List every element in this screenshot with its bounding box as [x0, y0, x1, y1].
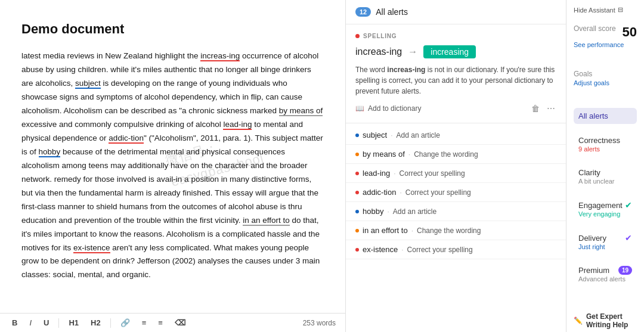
highlight-increas-ing[interactable]: increas-ing	[200, 51, 240, 61]
engagement-check-icon: ✔	[625, 200, 632, 210]
alert-item[interactable]: ex-istence · Correct your spelling	[346, 240, 566, 259]
alert-keyword: by means of	[363, 150, 405, 159]
add-to-dictionary-button[interactable]: 📖 Add to dictionary	[355, 104, 421, 113]
list-ol-button[interactable]: ≡	[140, 317, 149, 328]
overall-score-label: Overall score	[574, 24, 616, 33]
engagement-item[interactable]: Engagement ✔ Very engaging	[574, 197, 637, 221]
alert-action: Add an article	[397, 131, 440, 139]
alert-sep: ·	[400, 188, 401, 197]
alerts-title: All alerts	[376, 7, 408, 17]
goals-label: Goals	[574, 70, 637, 78]
alert-sep: ·	[411, 226, 413, 235]
hide-assistant-button[interactable]: Hide Assistant ⊟	[574, 6, 637, 14]
alert-sep: ·	[408, 150, 410, 159]
h2-button[interactable]: H2	[88, 317, 103, 328]
score-row: Overall score 50	[574, 24, 637, 40]
alert-dot	[355, 229, 359, 232]
alert-item[interactable]: addic-tion · Correct your spelling	[346, 183, 566, 202]
hide-assistant-label: Hide Assistant	[574, 7, 615, 14]
highlight-ex-istence[interactable]: ex-istence	[73, 243, 110, 253]
spelling-icons: 🗑 ⋯	[530, 103, 556, 114]
delivery-sub: Just right	[578, 243, 632, 250]
alert-count-badge: 12	[355, 7, 371, 17]
alert-sep: ·	[387, 207, 389, 216]
highlight-subject[interactable]: subject	[75, 79, 101, 89]
spell-original: increas-ing	[355, 46, 402, 57]
highlight-addic-tion[interactable]: addic-tion	[109, 134, 144, 144]
alert-keyword: hobby	[363, 207, 383, 216]
alert-keyword: lead-ing	[363, 169, 390, 178]
correctness-item[interactable]: Correctness 9 alerts	[574, 132, 637, 156]
clear-button[interactable]: ⌫	[172, 317, 188, 328]
alert-item[interactable]: subject · Add an article	[346, 126, 566, 145]
add-dict-icon: 📖	[355, 104, 364, 113]
alerts-header: 12 All alerts	[346, 0, 566, 24]
editor-panel: Demo document latest media reviews in Ne…	[0, 0, 346, 332]
all-alerts-item[interactable]: All alerts	[574, 108, 637, 124]
alert-sep: ·	[401, 246, 403, 254]
expert-icon: ✏️	[574, 317, 583, 325]
spelling-actions: 📖 Add to dictionary 🗑 ⋯	[355, 103, 556, 114]
alert-dot	[355, 172, 359, 175]
highlight-lead-ing[interactable]: lead-ing	[223, 120, 252, 130]
alert-action: Change the wording	[414, 150, 478, 159]
alerts-list: subject · Add an article by means of · C…	[346, 123, 566, 332]
underline-button[interactable]: U	[41, 317, 51, 328]
alert-keyword: in an effort to	[363, 226, 408, 235]
list-ul-button[interactable]: ≡	[156, 317, 165, 328]
link-button[interactable]: 🔗	[118, 317, 132, 328]
alert-dot	[355, 210, 359, 213]
delivery-item[interactable]: Delivery ✔ Just right	[574, 229, 637, 254]
adjust-goals-link[interactable]: Adjust goals	[574, 79, 637, 86]
spell-arrow: →	[408, 46, 417, 57]
italic-button[interactable]: I	[27, 317, 34, 328]
see-performance-link[interactable]: See performance	[574, 41, 637, 48]
highlight-hobby[interactable]: hobby	[39, 147, 61, 157]
bold-button[interactable]: B	[10, 317, 20, 328]
document-body: latest media reviews in New Zealand high…	[21, 49, 324, 282]
alert-action: Correct your spelling	[407, 246, 473, 254]
alert-keyword: ex-istence	[363, 245, 398, 254]
spelling-label: SPELLING	[355, 33, 556, 39]
editor-content[interactable]: Demo document latest media reviews in Ne…	[0, 0, 345, 313]
delivery-check-icon: ✔	[625, 233, 632, 243]
alert-dot	[355, 134, 359, 137]
clarity-sub: A bit unclear	[578, 178, 632, 185]
sidebar: Hide Assistant ⊟ Overall score 50 See pe…	[566, 0, 644, 332]
alert-action: Correct your spelling	[400, 169, 465, 178]
alert-action: Add an article	[393, 207, 436, 216]
alert-dot	[355, 191, 359, 194]
highlight-by-means-of[interactable]: by means of	[279, 106, 323, 116]
delete-icon-button[interactable]: 🗑	[530, 103, 541, 114]
alert-action: Correct your spelling	[405, 188, 471, 197]
premium-sub: Advanced alerts	[578, 275, 632, 283]
spelling-card: SPELLING increas-ing → increasing The wo…	[346, 24, 566, 123]
overall-score-section: Overall score 50 See performance	[574, 24, 637, 48]
toolbar-divider-1	[58, 318, 59, 328]
alert-item[interactable]: hobby · Add an article	[346, 202, 566, 221]
more-options-button[interactable]: ⋯	[546, 103, 556, 114]
alert-item[interactable]: in an effort to · Change the wording	[346, 221, 566, 240]
correctness-sub: 9 alerts	[578, 145, 632, 153]
alert-dot	[355, 248, 359, 252]
highlight-in-an-effort-to[interactable]: in an effort to	[243, 216, 290, 226]
alert-dot	[355, 153, 359, 156]
hide-icon: ⊟	[618, 6, 623, 14]
overall-score-value: 50	[623, 24, 637, 40]
premium-item[interactable]: Premium 19 Advanced alerts	[574, 262, 637, 286]
clarity-item[interactable]: Clarity A bit unclear	[574, 165, 637, 188]
alert-sep: ·	[394, 169, 395, 178]
alert-action: Change the wording	[417, 226, 481, 235]
engagement-sub: Very engaging	[578, 210, 632, 218]
alert-keyword: addic-tion	[363, 188, 396, 197]
word-count: 253 words	[303, 319, 336, 327]
alert-item[interactable]: by means of · Change the wording	[346, 145, 566, 164]
alert-item[interactable]: lead-ing · Correct your spelling	[346, 164, 566, 183]
h1-button[interactable]: H1	[66, 317, 81, 328]
alert-keyword: subject	[363, 131, 387, 139]
spell-suggestion[interactable]: increasing	[423, 45, 476, 58]
get-expert-button[interactable]: ✏️ Get Expert Writing Help	[574, 312, 637, 329]
premium-badge: 19	[618, 266, 632, 275]
goals-section: Goals Adjust goals	[574, 70, 637, 86]
editor-toolbar: B I U H1 H2 🔗 ≡ ≡ ⌫ 253 words	[0, 313, 345, 332]
